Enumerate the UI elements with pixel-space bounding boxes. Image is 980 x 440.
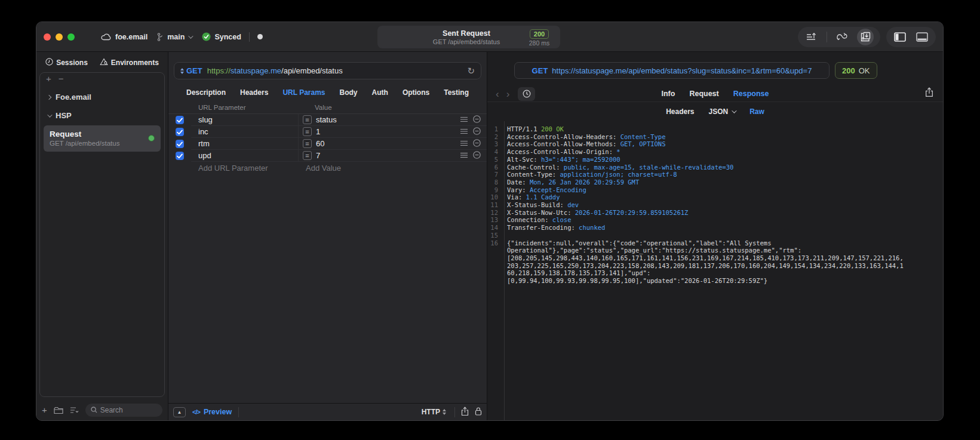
code-line: 5Alt-Svc: h3=":443"; ma=2592000 bbox=[487, 156, 943, 164]
code-line: 10Via: 1.1 Caddy bbox=[487, 193, 943, 201]
tab-info[interactable]: Info bbox=[662, 90, 675, 98]
request-status-pill[interactable]: Sent Request GET /api/embed/status 200 2… bbox=[377, 26, 560, 48]
request-tabs: DescriptionHeadersURL ParamsBodyAuthOpti… bbox=[168, 88, 487, 103]
chevron-down-icon bbox=[732, 108, 736, 113]
tab-testing[interactable]: Testing bbox=[444, 88, 469, 97]
divider bbox=[238, 407, 239, 417]
search-input[interactable] bbox=[100, 406, 157, 414]
close-window-button[interactable] bbox=[44, 33, 51, 41]
add-param-row[interactable]: Add URL Parameter Add Value bbox=[168, 162, 487, 174]
tab-body[interactable]: Body bbox=[340, 88, 358, 97]
param-enabled-checkbox[interactable] bbox=[176, 140, 184, 148]
share-response-button[interactable] bbox=[925, 87, 933, 100]
chevron-right-icon bbox=[47, 94, 51, 99]
tab-options[interactable]: Options bbox=[403, 88, 429, 97]
remove-param-button[interactable] bbox=[473, 151, 481, 161]
code-line: 15 bbox=[487, 232, 943, 239]
equals-icon: = bbox=[303, 151, 312, 160]
list-filter-button[interactable] bbox=[70, 407, 79, 414]
response-method: GET bbox=[532, 66, 548, 75]
environments-tab-label: Environments bbox=[111, 59, 159, 67]
params-table-header: URL Parameter Value bbox=[168, 104, 487, 114]
param-value-field[interactable]: 1 bbox=[316, 127, 320, 136]
history-button[interactable] bbox=[518, 87, 535, 101]
tab-response[interactable]: Response bbox=[733, 90, 769, 98]
code-line: 11X-Status-Build: dev bbox=[487, 201, 943, 209]
sidebar-search[interactable] bbox=[85, 404, 162, 417]
lock-icon[interactable] bbox=[475, 407, 482, 417]
subtab-json[interactable]: JSON bbox=[709, 107, 736, 116]
param-enabled-checkbox[interactable] bbox=[176, 128, 184, 136]
add-request-button[interactable]: + bbox=[42, 407, 47, 414]
param-enabled-checkbox[interactable] bbox=[176, 116, 184, 124]
param-row: upd=7 bbox=[168, 150, 487, 162]
param-value-field[interactable]: 7 bbox=[316, 151, 320, 160]
import-export-button[interactable] bbox=[857, 29, 874, 45]
history-forward-button[interactable]: › bbox=[506, 89, 510, 99]
tab-request[interactable]: Request bbox=[689, 90, 718, 98]
tab-url-params[interactable]: URL Params bbox=[282, 88, 325, 97]
new-folder-button[interactable] bbox=[54, 407, 63, 414]
share-request-button[interactable] bbox=[461, 407, 469, 418]
flow-loop-button[interactable] bbox=[835, 30, 849, 44]
subtab-headers[interactable]: Headers bbox=[666, 107, 694, 116]
add-session-button[interactable]: + bbox=[46, 75, 51, 83]
param-enabled-checkbox[interactable] bbox=[176, 152, 184, 160]
response-order-button[interactable] bbox=[804, 30, 819, 44]
param-name-field[interactable]: inc bbox=[191, 126, 299, 138]
resend-request-icon[interactable]: ↻ bbox=[467, 66, 475, 76]
reorder-handle-icon[interactable] bbox=[460, 115, 468, 124]
divider bbox=[827, 32, 827, 42]
request-footer-bar: ▲ </> Preview HTTP bbox=[168, 403, 487, 420]
reorder-handle-icon[interactable] bbox=[460, 139, 468, 148]
param-name-field[interactable]: rtm bbox=[191, 138, 299, 150]
remove-param-button[interactable] bbox=[473, 115, 481, 125]
equals-icon: = bbox=[303, 127, 312, 136]
param-value-field[interactable]: status bbox=[316, 115, 337, 124]
response-status-code: 200 bbox=[842, 66, 855, 75]
project-cloud-menu[interactable]: foe.email bbox=[101, 33, 148, 41]
param-name-field[interactable]: slug bbox=[191, 114, 299, 126]
history-back-button[interactable]: ‹ bbox=[496, 89, 499, 99]
tree-item-hsp[interactable]: HSP bbox=[40, 106, 164, 125]
params-rows: slug=statusinc=1rtm=60upd=7 bbox=[168, 114, 487, 162]
tab-sessions[interactable]: Sessions bbox=[45, 58, 88, 67]
param-value-field[interactable]: 60 bbox=[316, 139, 324, 148]
remove-param-button[interactable] bbox=[473, 139, 481, 149]
protocol-label: HTTP bbox=[422, 408, 440, 416]
sidebar: Sessions Environments + − bbox=[36, 52, 168, 420]
remove-param-button[interactable] bbox=[473, 127, 481, 137]
reorder-handle-icon[interactable] bbox=[460, 127, 468, 136]
protocol-selector[interactable]: HTTP bbox=[422, 408, 448, 416]
column-header-value: Value bbox=[299, 104, 332, 111]
tab-environments[interactable]: Environments bbox=[100, 58, 159, 67]
zoom-window-button[interactable] bbox=[67, 33, 75, 41]
response-url-pill[interactable]: GET https://statuspage.me/api/embed/stat… bbox=[514, 62, 830, 79]
titlebar: foe.email main bbox=[36, 22, 943, 52]
tab-description[interactable]: Description bbox=[186, 88, 226, 97]
tree-item-label: Foe.email bbox=[56, 93, 91, 101]
branch-selector[interactable]: main bbox=[156, 33, 192, 41]
param-name-field[interactable]: upd bbox=[191, 150, 299, 162]
add-param-value-placeholder[interactable]: Add Value bbox=[299, 162, 487, 174]
tree-item-foe-email[interactable]: Foe.email bbox=[40, 88, 164, 106]
sync-status[interactable]: Synced bbox=[202, 32, 241, 41]
collapse-panel-button[interactable]: ▲ bbox=[173, 407, 186, 417]
request-list-item-selected[interactable]: Request GET /api/embed/status bbox=[44, 125, 161, 152]
add-param-name-placeholder[interactable]: Add URL Parameter bbox=[191, 162, 299, 174]
request-url-bar[interactable]: GET https://statuspage.me/api/embed/stat… bbox=[174, 62, 481, 79]
sent-request-subtitle: GET /api/embed/status bbox=[410, 38, 523, 45]
code-line: [0,99.94,100,99.93,99.98,99.95,100],"upd… bbox=[487, 277, 943, 285]
subtab-raw[interactable]: Raw bbox=[749, 107, 764, 116]
tab-auth[interactable]: Auth bbox=[372, 88, 388, 97]
preview-button[interactable]: </> Preview bbox=[192, 408, 232, 416]
minimize-window-button[interactable] bbox=[56, 33, 63, 41]
reorder-handle-icon[interactable] bbox=[460, 151, 468, 160]
toggle-bottom-panel-button[interactable] bbox=[915, 30, 929, 44]
remove-session-button[interactable]: − bbox=[59, 75, 64, 83]
code-line: 2Access-Control-Allow-Headers: Content-T… bbox=[487, 133, 943, 141]
tab-headers[interactable]: Headers bbox=[240, 88, 268, 97]
status-code-badge: 200 bbox=[530, 29, 549, 39]
response-body[interactable]: 1HTTP/1.1 200 OK2Access-Control-Allow-He… bbox=[487, 121, 943, 420]
toggle-left-panel-button[interactable] bbox=[893, 30, 907, 44]
